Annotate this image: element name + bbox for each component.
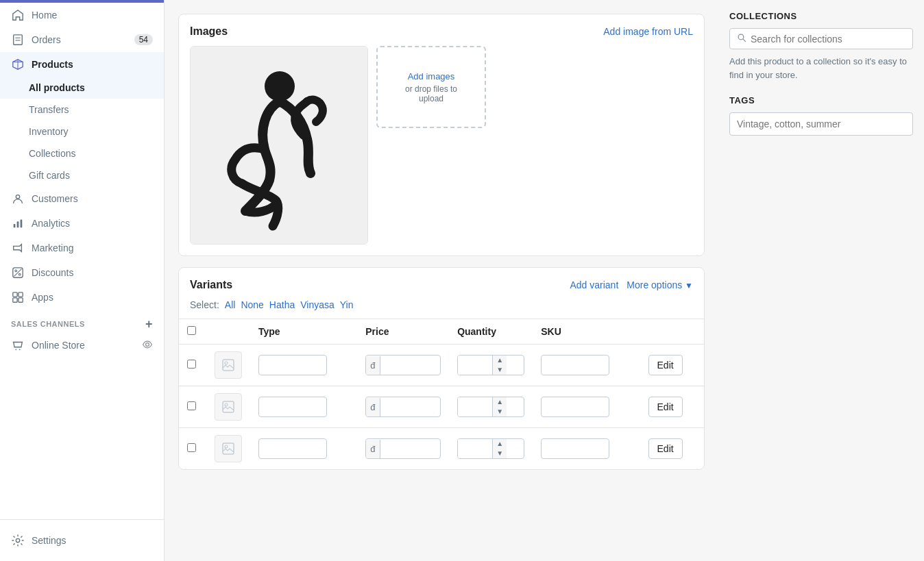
add-sales-channel-button[interactable]: + bbox=[145, 318, 153, 330]
home-icon bbox=[11, 8, 25, 22]
table-row: Vinyasa đ 12 90 ▲ bbox=[179, 386, 704, 428]
table-header-quantity: Quantity bbox=[449, 319, 533, 345]
svg-point-22 bbox=[16, 538, 19, 542]
select-yin-link[interactable]: Yin bbox=[340, 299, 354, 310]
type-input-0[interactable]: Hatha bbox=[258, 355, 327, 375]
images-grid: Add images or drop files toupload bbox=[190, 46, 693, 245]
edit-button-0[interactable]: Edit bbox=[648, 355, 683, 375]
upload-hint: or drop files toupload bbox=[405, 84, 457, 103]
sidebar-item-online-store[interactable]: Online Store bbox=[0, 333, 164, 358]
collections-search-input[interactable] bbox=[751, 34, 905, 45]
images-title: Images bbox=[190, 25, 228, 38]
product-image bbox=[190, 46, 368, 245]
qty-input-1[interactable]: 90 bbox=[458, 397, 492, 416]
table-header-sku: SKU bbox=[533, 319, 640, 345]
select-label: Select: bbox=[190, 299, 219, 310]
select-vinyasa-link[interactable]: Vinyasa bbox=[300, 299, 335, 310]
table-header-checkbox bbox=[179, 319, 206, 345]
images-card: Images Add image from URL bbox=[178, 14, 705, 256]
analytics-icon bbox=[11, 216, 25, 230]
sidebar-item-apps[interactable]: Apps bbox=[0, 285, 164, 310]
orders-icon bbox=[11, 33, 25, 47]
qty-wrap-1: 90 ▲ ▼ bbox=[457, 397, 524, 417]
add-variant-link[interactable]: Add variant bbox=[570, 279, 618, 290]
sidebar-item-discounts[interactable]: Discounts bbox=[0, 260, 164, 285]
qty-down-1[interactable]: ▼ bbox=[493, 407, 507, 416]
table-header-img bbox=[206, 319, 250, 345]
sidebar-item-marketing[interactable]: Marketing bbox=[0, 236, 164, 260]
right-panel: COLLECTIONS Add this product to a collec… bbox=[718, 0, 924, 561]
sku-input-2[interactable] bbox=[541, 438, 609, 459]
sidebar-item-customers[interactable]: Customers bbox=[0, 186, 164, 211]
svg-rect-7 bbox=[14, 224, 16, 227]
svg-point-11 bbox=[19, 273, 21, 275]
collections-hint: Add this product to a collection so it's… bbox=[729, 55, 913, 82]
svg-point-19 bbox=[15, 349, 16, 350]
row-checkbox-0[interactable] bbox=[187, 360, 196, 369]
sku-input-1[interactable] bbox=[541, 397, 609, 417]
qty-arrows-2: ▲ ▼ bbox=[492, 439, 507, 458]
table-row: Hatha đ 10 85 ▲ bbox=[179, 345, 704, 386]
orders-badge: 54 bbox=[134, 34, 153, 45]
images-header: Images Add image from URL bbox=[190, 25, 693, 38]
price-wrap-2: đ 14 bbox=[365, 438, 441, 459]
svg-point-28 bbox=[225, 403, 228, 406]
qty-up-0[interactable]: ▲ bbox=[493, 356, 507, 365]
price-input-0[interactable]: 10 bbox=[380, 356, 422, 375]
row-checkbox-2[interactable] bbox=[187, 443, 196, 452]
svg-point-6 bbox=[16, 195, 19, 199]
qty-input-0[interactable]: 85 bbox=[458, 356, 492, 375]
variants-title: Variants bbox=[190, 279, 232, 291]
table-header-type: Type bbox=[250, 319, 357, 345]
price-wrap-0: đ 10 bbox=[365, 355, 441, 375]
edit-button-1[interactable]: Edit bbox=[648, 397, 683, 417]
sidebar-item-products[interactable]: Products bbox=[0, 52, 164, 77]
select-all-link[interactable]: All bbox=[225, 299, 236, 310]
collections-section: COLLECTIONS Add this product to a collec… bbox=[729, 11, 913, 82]
add-images-label: Add images bbox=[408, 71, 455, 82]
sidebar-item-transfers[interactable]: Transfers bbox=[0, 99, 164, 121]
svg-rect-8 bbox=[17, 221, 19, 227]
row-checkbox-1[interactable] bbox=[187, 401, 196, 410]
qty-up-1[interactable]: ▲ bbox=[493, 397, 507, 407]
price-prefix-1: đ bbox=[366, 398, 380, 416]
svg-line-34 bbox=[743, 39, 746, 42]
sidebar-item-orders[interactable]: Orders 54 bbox=[0, 27, 164, 52]
qty-arrows-1: ▲ ▼ bbox=[492, 397, 507, 416]
sidebar-item-collections[interactable]: Collections bbox=[0, 142, 164, 164]
tags-input[interactable] bbox=[729, 112, 913, 136]
qty-input-2[interactable]: 91 bbox=[458, 439, 492, 458]
svg-rect-17 bbox=[19, 298, 23, 302]
sidebar-item-home[interactable]: Home bbox=[0, 3, 164, 27]
price-input-1[interactable]: 12 bbox=[380, 397, 422, 416]
settings-icon bbox=[11, 534, 25, 547]
qty-down-0[interactable]: ▼ bbox=[493, 365, 507, 375]
sidebar-item-gift-cards[interactable]: Gift cards bbox=[0, 164, 164, 186]
collections-search-box bbox=[729, 28, 913, 49]
more-options-link[interactable]: More options ▼ bbox=[627, 279, 693, 290]
price-input-2[interactable]: 14 bbox=[380, 439, 422, 458]
variants-select-row: Select: All None Hatha Vinyasa Yin bbox=[179, 299, 704, 319]
select-hatha-link[interactable]: Hatha bbox=[269, 299, 295, 310]
type-input-1[interactable]: Vinyasa bbox=[258, 397, 327, 417]
select-none-link[interactable]: None bbox=[241, 299, 263, 310]
qty-arrows-0: ▲ ▼ bbox=[492, 356, 507, 375]
price-wrap-1: đ 12 bbox=[365, 397, 441, 417]
table-header-price: Price bbox=[357, 319, 449, 345]
variants-actions: Add variant More options ▼ bbox=[570, 279, 693, 290]
sku-input-0[interactable] bbox=[541, 355, 609, 375]
select-all-checkbox[interactable] bbox=[187, 326, 196, 335]
qty-up-2[interactable]: ▲ bbox=[493, 439, 507, 449]
svg-rect-27 bbox=[223, 401, 234, 412]
image-upload-zone[interactable]: Add images or drop files toupload bbox=[376, 46, 486, 128]
sidebar-item-inventory[interactable]: Inventory bbox=[0, 121, 164, 142]
sidebar-item-all-products[interactable]: All products bbox=[0, 77, 164, 99]
online-store-visibility-icon[interactable] bbox=[142, 339, 153, 352]
sidebar-item-settings[interactable]: Settings bbox=[0, 528, 164, 553]
sidebar-item-analytics[interactable]: Analytics bbox=[0, 211, 164, 236]
edit-button-2[interactable]: Edit bbox=[648, 438, 683, 459]
type-input-2[interactable]: Yin bbox=[258, 438, 327, 459]
apps-icon bbox=[11, 290, 25, 304]
add-image-url-link[interactable]: Add image from URL bbox=[603, 26, 693, 37]
qty-down-2[interactable]: ▼ bbox=[493, 449, 507, 458]
